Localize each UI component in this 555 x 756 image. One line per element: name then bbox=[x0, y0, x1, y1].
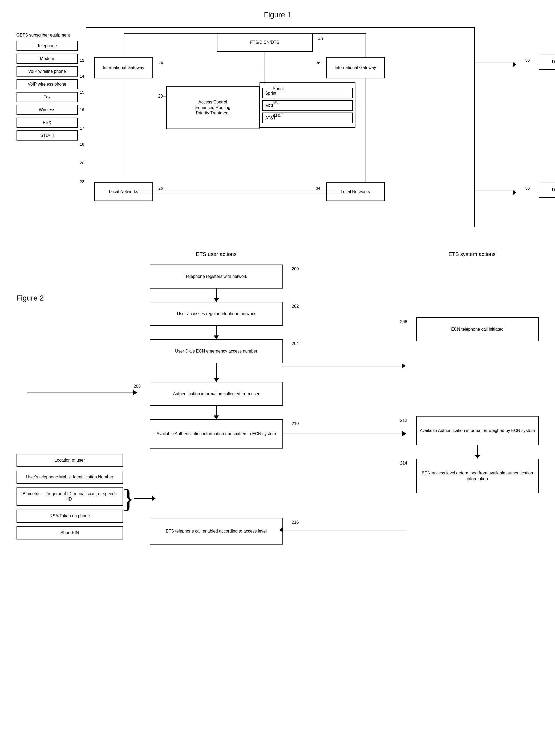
arrowhead-from-214 bbox=[279, 527, 283, 532]
vline-intl-right bbox=[366, 33, 366, 57]
hline-ac-carriers bbox=[259, 108, 263, 108]
hline-from-206 bbox=[27, 393, 134, 393]
dest1-num: 30 bbox=[525, 58, 530, 63]
info-location: Location of user bbox=[16, 454, 123, 467]
num-208: 208 bbox=[134, 384, 141, 389]
num-26: 26 bbox=[159, 186, 163, 191]
hline-to-dest1 bbox=[475, 62, 515, 63]
hline-to-206 bbox=[283, 366, 405, 366]
info-col: Location of user User's telephone Mobile… bbox=[16, 454, 123, 543]
eq-pbx: PBX bbox=[16, 118, 78, 128]
step-214-box: ECN access level determined from availab… bbox=[416, 459, 539, 493]
arrowhead-from-206 bbox=[133, 390, 137, 395]
att-box: AT&T bbox=[262, 113, 353, 123]
step-200-box: Telephone registers with network bbox=[150, 265, 283, 288]
step-214-container: 214 ECN access level determined from ava… bbox=[416, 459, 539, 493]
figure2-title: Figure 2 bbox=[16, 294, 44, 303]
dest1-box: Destination bbox=[539, 54, 555, 70]
eq-fax: Fax bbox=[16, 92, 78, 102]
access-control-box: Access Control Enhanced Routing Priority… bbox=[166, 86, 259, 129]
arrow-200-202 bbox=[150, 288, 283, 302]
header-user-actions: ETS user actions bbox=[150, 251, 283, 257]
num-40: 40 bbox=[318, 36, 323, 42]
num-18: 18 bbox=[80, 142, 84, 147]
hline-to-212 bbox=[283, 434, 405, 434]
step-208-box: Authentication information collected fro… bbox=[150, 382, 283, 406]
num-214: 214 bbox=[400, 461, 408, 466]
info-rsa-token: RSA/Token on phone bbox=[16, 510, 123, 523]
hline-from-214 bbox=[283, 530, 405, 530]
vline-left-main bbox=[124, 78, 124, 183]
arrowhead-dest1 bbox=[513, 62, 516, 67]
step-216-container: 216 ETS telephone call enabled according… bbox=[150, 518, 283, 545]
eq-wireless: Wireless bbox=[16, 105, 78, 115]
step-206-box: ECN telephone call initiated bbox=[416, 317, 539, 341]
arrowhead-to-206 bbox=[402, 363, 405, 368]
hline-fts-right bbox=[313, 33, 366, 34]
step-208-container: 208 Authentication information collected… bbox=[150, 382, 283, 406]
step-200-container: Telephone registers with network 200 bbox=[150, 265, 283, 288]
num-206: 206 bbox=[400, 319, 408, 324]
sprint-box: Sprint bbox=[262, 88, 353, 98]
spacer-210-216 bbox=[150, 448, 283, 518]
right-column: 206 ECN telephone call initiated 212 Ava… bbox=[416, 317, 539, 493]
eq-telephone: Telephone bbox=[16, 41, 78, 51]
num-15: 15 bbox=[80, 90, 84, 94]
brace-info: } bbox=[123, 454, 134, 543]
arrowhead-brace bbox=[152, 496, 156, 501]
figure1-diagram: GETS subscriber equipment Telephone Mode… bbox=[16, 27, 539, 230]
figure1-title: Figure 1 bbox=[16, 11, 539, 19]
eq-voip-wireless: VoIP wireless phone bbox=[16, 79, 78, 89]
eq-modem: Modem bbox=[16, 53, 78, 64]
num-210: 210 bbox=[292, 421, 299, 426]
equipment-column: GETS subscriber equipment Telephone Mode… bbox=[16, 33, 78, 143]
info-pin: Short PIN bbox=[16, 526, 123, 540]
figure2-section: Figure 2 ETS user actions ETS system act… bbox=[16, 251, 539, 678]
dest2-num: 30 bbox=[525, 186, 530, 190]
eq-voip-wireline: VoIP wireline phone bbox=[16, 67, 78, 77]
step-206-container: 206 ECN telephone call initiated bbox=[416, 317, 539, 341]
hline-carriers-right bbox=[355, 68, 379, 68]
arrowhead-to-212 bbox=[402, 431, 406, 436]
num-24: 24 bbox=[159, 60, 163, 66]
info-biometric: Biometric -- Fingerprint ID, retinal sca… bbox=[16, 487, 123, 506]
num-212: 212 bbox=[400, 418, 408, 423]
arrow-208-210 bbox=[150, 406, 283, 419]
vline-fts-carriers bbox=[265, 52, 265, 84]
num-14: 14 bbox=[80, 74, 84, 78]
info-mobile-id: User's telephone Mobile Identification N… bbox=[16, 471, 123, 484]
num-17: 17 bbox=[80, 126, 84, 130]
step-212-box: Available Authentication information wei… bbox=[416, 416, 539, 445]
fts-box: FTS/DISN/DTS 40 bbox=[217, 33, 313, 52]
step-204-box: User Dials ECN emergency access number bbox=[150, 339, 283, 363]
flow-center: Telephone registers with network 200 Use… bbox=[150, 265, 283, 545]
hline-carriers-right2 bbox=[355, 108, 366, 108]
step-216-box: ETS telephone call enabled according to … bbox=[150, 518, 283, 545]
step-210-box: Available Authentication information tra… bbox=[150, 419, 283, 448]
num-200: 200 bbox=[292, 267, 299, 272]
num-16: 16 bbox=[80, 107, 84, 112]
step-202-container: User accesses regular telephone network … bbox=[150, 302, 283, 326]
num-22: 22 bbox=[80, 179, 84, 184]
step-204-container: User Dials ECN emergency access number 2… bbox=[150, 339, 283, 363]
hline-intl-left-carriers bbox=[153, 68, 259, 68]
vline-intl-left bbox=[124, 33, 124, 57]
arrowhead-dest2 bbox=[513, 190, 516, 195]
hline-to-dest2 bbox=[475, 190, 515, 190]
num-204: 204 bbox=[292, 341, 299, 346]
arrow-204-208-area bbox=[150, 363, 283, 382]
arrow-212-214 bbox=[416, 445, 539, 459]
num-28: 28 bbox=[158, 94, 163, 99]
intl-gw-left: International Gateway 24 bbox=[94, 57, 153, 78]
step-210-container: Available Authentication information tra… bbox=[150, 419, 283, 448]
step-212-container: 212 Available Authentication information… bbox=[416, 416, 539, 445]
num-216: 216 bbox=[292, 520, 299, 525]
arrow-202-204 bbox=[150, 326, 283, 339]
dest2-box: Destination bbox=[539, 182, 555, 198]
num-36: 36 bbox=[316, 60, 321, 66]
header-system-actions: ETS system actions bbox=[405, 251, 539, 257]
num-20: 20 bbox=[80, 161, 84, 165]
num-202: 202 bbox=[292, 304, 299, 309]
step-202-box: User accesses regular telephone network bbox=[150, 302, 283, 326]
figure1-section: Figure 1 GETS subscriber equipment Telep… bbox=[16, 11, 539, 230]
